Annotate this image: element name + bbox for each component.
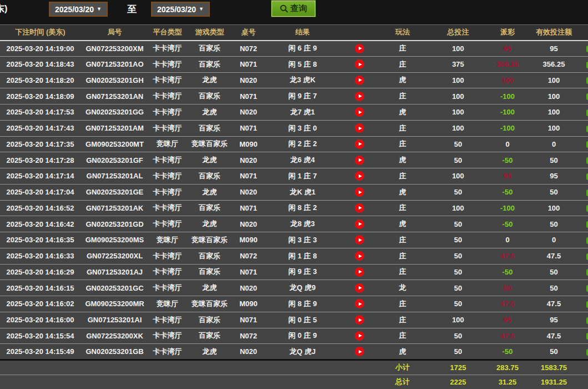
replay-play-icon[interactable] [355,59,364,69]
platform-cell: 卡卡湾厅 [149,216,186,232]
subtotal-clipped [581,360,588,375]
total-label: 总计 [378,375,428,389]
table-row: 2025-03-20 14:15:49GN020253201GB卡卡湾厅龙虎N0… [0,344,588,360]
bet-play-cell: 庄 [378,232,428,248]
game-type-cell: 龙虎 [186,216,233,232]
replay-play-icon[interactable] [355,235,364,245]
clipped-cell [581,56,588,72]
total-bet-cell: 50 [428,152,489,168]
replay-play-icon[interactable] [355,251,364,261]
valid-bet-cell: 95 [526,168,581,184]
replay-play-icon[interactable] [355,299,364,308]
valid-bet-cell: 50 [526,280,581,296]
header-row: 下注时间 (美东)局号平台类型游戏类型桌号结果玩法总投注派彩有效投注额 [0,25,588,41]
replay-play-icon[interactable] [355,347,364,356]
table-row: 2025-03-20 14:16:02GM090253200MR竞咪厅竞咪百家乐… [0,296,588,312]
game-type-cell: 龙虎 [186,104,233,121]
bet-play-cell: 虎 [378,152,428,168]
result-cell: 闲 1 庄 8 [264,248,341,264]
bet-time-cell: 2025-03-20 14:17:35 [0,136,81,152]
round-id-cell: GN020253201GB [81,344,149,360]
total-bet-cell: 100 [428,120,489,136]
platform-cell: 卡卡湾厅 [149,152,186,168]
replay-play-icon[interactable] [355,123,364,133]
table-no-cell: M090 [233,296,264,312]
table-no-cell: M090 [233,232,264,248]
result-cell: 龙6 虎4 [264,152,341,168]
result-cell: 闲 8 庄 9 [264,296,341,312]
table-row: 2025-03-20 14:17:35GM090253200MT竞咪厅竞咪百家乐… [0,136,588,152]
replay-play-icon[interactable] [355,267,364,277]
clipped-cell [581,136,588,152]
replay-play-icon[interactable] [355,315,364,325]
clipped-cell [581,264,588,280]
bet-play-cell: 虎 [378,344,428,360]
bet-time-cell: 2025-03-20 14:15:54 [0,328,81,344]
replay-play-icon[interactable] [355,92,364,101]
query-button[interactable]: 查询 [271,0,316,17]
replay-play-icon[interactable] [355,283,364,293]
search-icon [280,4,289,13]
total-bet-cell: 50 [428,136,489,152]
table-row: 2025-03-20 14:17:28GN020253201GF卡卡湾厅龙虎N0… [0,152,588,168]
table-row: 2025-03-20 14:17:43GN071253201AM卡卡湾厅百家乐N… [0,120,588,136]
game-type-cell: 竞咪百家乐 [186,296,233,312]
total-bet-cell: 50 [428,264,489,280]
round-id-cell: GM090253200MS [81,232,149,248]
valid-bet-cell: 50 [526,264,581,280]
table-row: 2025-03-20 14:16:35GM090253200MS竞咪厅竞咪百家乐… [0,232,588,248]
replay-play-icon[interactable] [355,203,364,213]
payout-cell: 356.25 [489,56,526,72]
replay-play-icon[interactable] [355,220,364,229]
payout-cell: -50 [489,184,526,200]
game-type-cell: 百家乐 [186,248,233,264]
result-cell: 闲 6 庄 9 [264,41,341,57]
chevron-down-icon: ▼ [199,7,204,12]
bet-play-cell: 庄 [378,41,428,57]
col-round-id: 局号 [81,25,149,41]
replay-cell [341,136,378,152]
table-row: 2025-03-20 14:17:04GN020253201GE卡卡湾厅龙虎N0… [0,184,588,200]
valid-bet-cell: 50 [526,184,581,200]
valid-bet-cell: 95 [526,312,581,328]
game-type-cell: 龙虎 [186,152,233,168]
clipped-cell [581,184,588,200]
replay-cell [341,232,378,248]
replay-play-icon[interactable] [355,171,364,181]
round-id-cell: GM090253200MT [81,136,149,152]
result-cell: 闲 3 庄 3 [264,232,341,248]
valid-bet-cell: 50 [526,216,581,232]
valid-bet-cell: 100 [526,120,581,136]
replay-play-icon[interactable] [355,76,364,85]
replay-play-icon[interactable] [355,107,364,117]
payout-cell: 50 [489,280,526,296]
bet-play-cell: 龙 [378,280,428,296]
table-row: 2025-03-20 14:16:15GN020253201GC卡卡湾厅龙虎N0… [0,280,588,296]
result-cell: 闲 8 庄 2 [264,200,341,216]
clipped-cell [581,312,588,328]
replay-play-icon[interactable] [355,139,364,149]
bet-play-cell: 庄 [378,56,428,72]
replay-play-icon[interactable] [355,187,364,197]
table-no-cell: N071 [233,264,264,280]
result-cell: 龙K 虎1 [264,184,341,200]
result-cell: 闲 0 庄 9 [264,328,341,344]
valid-bet-cell: 95 [526,41,581,57]
game-type-cell: 百家乐 [186,56,233,72]
replay-cell [341,104,378,121]
replay-cell [341,168,378,184]
replay-play-icon[interactable] [355,156,364,165]
date-to-picker[interactable]: 2025/03/20 ▼ [151,2,210,17]
clipped-cell [581,120,588,136]
bet-play-cell: 庄 [378,88,428,104]
bet-time-cell: 2025-03-20 14:16:52 [0,200,81,216]
table-row: 2025-03-20 14:19:00GN072253200XM卡卡湾厅百家乐N… [0,41,588,57]
replay-play-icon[interactable] [355,331,364,341]
payout-cell: 47.5 [489,328,526,344]
bet-play-cell: 虎 [378,216,428,232]
date-from-picker[interactable]: 2025/03/20 ▼ [49,2,108,17]
table-row: 2025-03-20 14:17:53GN020253201GG卡卡湾厅龙虎N0… [0,104,588,121]
total-bet-cell: 50 [428,184,489,200]
replay-play-icon[interactable] [355,44,364,53]
game-type-cell: 百家乐 [186,120,233,136]
